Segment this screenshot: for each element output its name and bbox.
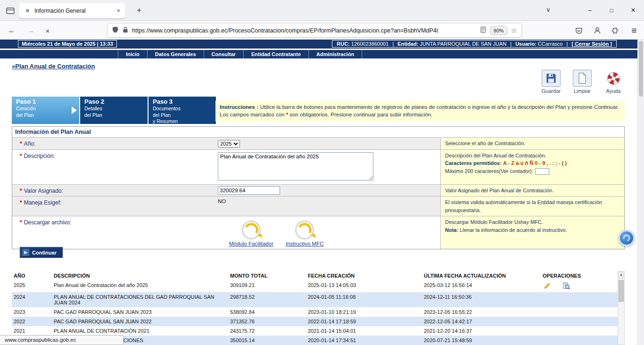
cell-monto-total: 350015.14 bbox=[228, 336, 306, 345]
menu-item-administracion[interactable]: Administración bbox=[309, 50, 362, 58]
account-icon[interactable] bbox=[592, 25, 603, 37]
menu-hamburger-icon[interactable]: ≡ bbox=[629, 25, 639, 37]
plan-form: Información del Plan Anual *Año: 2025 Se… bbox=[12, 126, 625, 249]
browser-tab[interactable]: Información General × bbox=[19, 3, 125, 18]
modulo-facilitador-link[interactable]: Módulo Facilitador bbox=[229, 241, 273, 246]
zoom-level-indicator[interactable]: 90% bbox=[490, 26, 507, 35]
anio-control: 2025 bbox=[215, 138, 440, 149]
table-scroll-thumb[interactable] bbox=[619, 280, 624, 302]
contador-label: Máximo 200 caracteres(Ver contador): bbox=[445, 168, 533, 174]
limpiar-button[interactable]: Limpiar bbox=[570, 70, 595, 94]
pocket-icon[interactable] bbox=[574, 25, 584, 37]
guardar-button[interactable]: Guardar bbox=[538, 70, 564, 94]
cell-fecha-creacion: 2023-01-10 18:21:19 bbox=[306, 307, 422, 317]
page-scroll-thumb[interactable] bbox=[639, 41, 643, 97]
tab-favicon-icon bbox=[26, 9, 29, 12]
cell-operations bbox=[541, 336, 618, 345]
reader-mode-icon[interactable] bbox=[480, 26, 487, 35]
forward-button[interactable]: → bbox=[25, 25, 37, 37]
valor-label-text: Valor Asignado: bbox=[24, 188, 63, 194]
form-row-anio: *Año: 2025 Seleccione el año de Contrata… bbox=[12, 137, 624, 149]
instructions-text-after: son obligatorios. Presione continuar par… bbox=[288, 112, 432, 117]
anio-label-text: Año: bbox=[24, 140, 36, 147]
back-button[interactable]: ← bbox=[6, 25, 18, 37]
scroll-up-icon[interactable]: ▲ bbox=[618, 271, 624, 279]
download-modulo-facilitador[interactable]: Módulo Facilitador bbox=[229, 221, 273, 246]
download-instructivo-mfc[interactable]: Instructivo MFC bbox=[286, 221, 324, 246]
bookmark-star-icon[interactable]: ☆ bbox=[511, 26, 517, 35]
datetime-display: Miércoles 21 de Mayo de 2025 | 13:33 bbox=[18, 40, 117, 48]
firefox-view-icon[interactable] bbox=[6, 6, 15, 16]
window-maximize-button[interactable]: □ bbox=[604, 4, 619, 17]
stop-button[interactable]: × bbox=[41, 25, 54, 37]
window-close-button[interactable]: × bbox=[626, 4, 640, 17]
valor-control bbox=[215, 185, 440, 197]
accessibility-widget[interactable] bbox=[619, 230, 635, 246]
col-ultima-actualizacion: ÚLTIMA FECHA ACTUALIZACIÓN bbox=[422, 271, 541, 280]
ushay-logo-icon bbox=[295, 221, 314, 239]
ruc-value: 1260023860001 bbox=[351, 41, 389, 47]
required-asterisk: * bbox=[20, 140, 22, 147]
counter-input[interactable] bbox=[535, 168, 549, 175]
col-anio: AÑO bbox=[12, 271, 52, 280]
cell-year: 2021 bbox=[12, 326, 52, 336]
wizard-steps: Paso 1 Creación del Plan Paso 2 Detalles… bbox=[12, 97, 216, 124]
list-tabs-icon[interactable]: ∨ bbox=[546, 6, 551, 13]
descargar-note-line1: Descargar Módulo Facilitador Ushay MFC. bbox=[445, 218, 620, 226]
valor-note: Valor Asignado del Plan Anual de Contrat… bbox=[440, 185, 624, 197]
entity-value: JUNTA PARROQUIAL DE SAN JUAN bbox=[420, 41, 506, 47]
descargar-note-line2: Nota: Llenar la información de acuerdo a… bbox=[445, 226, 620, 234]
required-asterisk: * bbox=[20, 199, 22, 206]
ayuda-button[interactable]: Ayuda bbox=[601, 70, 626, 94]
menu-item-consultar[interactable]: Consultar bbox=[204, 50, 244, 58]
col-fecha-creacion: FECHA CREACIÓN bbox=[306, 271, 422, 280]
history-table: AÑO DESCRIPCIÓN MONTO TOTAL FECHA CREACI… bbox=[12, 271, 618, 345]
main-menu: Inicio Datos Generales Consultar Entidad… bbox=[0, 50, 637, 58]
address-bar[interactable]: https://www.compraspublicas.gob.ec/Proce… bbox=[107, 24, 521, 37]
page-scrollbar[interactable] bbox=[637, 40, 644, 345]
required-asterisk: * bbox=[20, 188, 22, 194]
descripcion-textarea[interactable]: Plan Anual de Contratación del año 2025 bbox=[218, 152, 373, 181]
history-row: 2023PAC GAD PARROQUIAL SAN JUAN 20235380… bbox=[12, 307, 618, 317]
history-row: 2025Plan Anual de Contratación del año 2… bbox=[12, 280, 618, 292]
browser-nav-bar: ← → × https://www.compraspublicas.gob.ec… bbox=[0, 21, 644, 40]
instructivo-mfc-link[interactable]: Instructivo MFC bbox=[286, 241, 324, 246]
new-tab-button[interactable]: + bbox=[133, 4, 145, 16]
tab-close-icon[interactable]: × bbox=[114, 7, 123, 14]
cell-fecha-creacion: 2024-01-05 11:16:08 bbox=[306, 292, 422, 307]
step-2-line2: del Plan bbox=[84, 112, 143, 119]
help-lifebuoy-icon bbox=[604, 70, 623, 87]
cell-ultima-actualizacion: 2025-03-12 16:56:14 bbox=[422, 280, 541, 292]
col-descripcion: DESCRIPCIÓN bbox=[52, 271, 228, 280]
window-minimize-button[interactable]: − bbox=[583, 4, 597, 17]
anio-select[interactable]: 2025 bbox=[218, 140, 240, 148]
menu-item-datos-generales[interactable]: Datos Generales bbox=[148, 50, 204, 58]
menu-item-entidad-contratante[interactable]: Entidad Contratante bbox=[244, 50, 309, 58]
continuar-button[interactable]: ▶ Continuar bbox=[20, 247, 63, 258]
form-row-descargar: *Descargar archivo: Módulo Facilitador I… bbox=[12, 216, 624, 249]
edit-plan-icon[interactable] bbox=[544, 282, 551, 290]
extensions-puzzle-icon[interactable] bbox=[611, 25, 621, 37]
form-row-valor: *Valor Asignado: Valor Asignado del Plan… bbox=[12, 184, 624, 197]
url-text[interactable]: https://www.compraspublicas.gob.ec/Proce… bbox=[132, 27, 476, 34]
separator: | bbox=[392, 41, 394, 47]
valor-asignado-input[interactable] bbox=[218, 186, 280, 195]
cell-year: 2025 bbox=[12, 280, 52, 292]
required-asterisk: * bbox=[20, 219, 22, 226]
lock-icon[interactable] bbox=[123, 26, 128, 35]
logout-link[interactable]: [ Cerrar Sesión ] bbox=[571, 41, 612, 47]
esigef-note: El sistema valida automáticamente si la … bbox=[440, 197, 624, 216]
table-scrollbar[interactable]: ▲ bbox=[618, 271, 625, 345]
tracking-shield-icon[interactable] bbox=[112, 26, 119, 35]
session-info: RUC: 1260023860001 | Entidad: JUNTA PARR… bbox=[332, 40, 617, 48]
cell-operations bbox=[541, 326, 618, 336]
cell-description: PAC GAD PARROQUIAL SAN JUAN 2023 bbox=[52, 307, 228, 317]
menu-item-inicio[interactable]: Inicio bbox=[118, 50, 148, 58]
view-plan-icon[interactable] bbox=[563, 282, 570, 290]
limpiar-label: Limpiar bbox=[574, 88, 591, 94]
step-3-line3: y Resumen bbox=[153, 118, 212, 125]
anio-note: Seleccione el año de Contratación. bbox=[440, 138, 624, 149]
cell-monto-total: 371352.76 bbox=[228, 317, 306, 326]
step-3-line1: Documentos bbox=[153, 106, 212, 112]
cell-operations bbox=[541, 292, 618, 307]
